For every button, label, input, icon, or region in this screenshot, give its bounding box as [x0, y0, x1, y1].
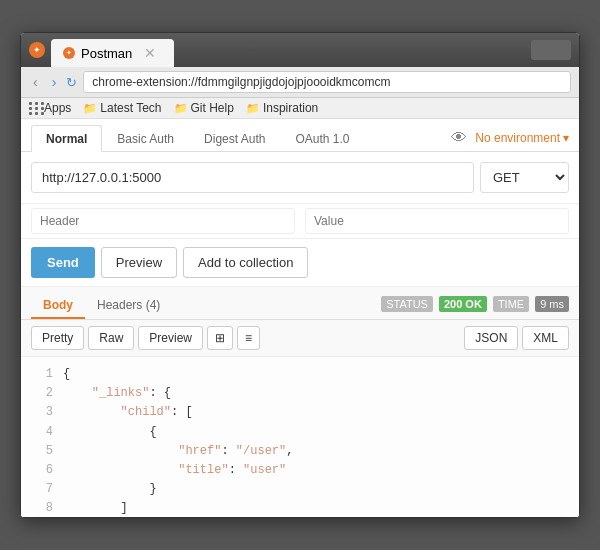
xml-button[interactable]: XML [522, 326, 569, 350]
tab-title: Postman [81, 46, 132, 61]
bookmark-label-3: Inspiration [263, 101, 318, 115]
env-label: No environment [475, 131, 560, 145]
address-bar: ‹ › ↻ [21, 67, 579, 98]
time-value: 9 ms [535, 296, 569, 312]
time-label: TIME [493, 296, 529, 312]
code-output: 1 { 2 "_links": { 3 "child": [ 4 { 5 [21, 357, 579, 517]
code-line-1: 1 { [21, 365, 579, 384]
back-button[interactable]: ‹ [29, 72, 42, 92]
env-selector[interactable]: No environment ▾ [475, 131, 569, 145]
tab-favicon: ✦ [63, 47, 75, 59]
tab-headers[interactable]: Headers (4) [85, 293, 172, 319]
refresh-button[interactable]: ↻ [66, 75, 77, 90]
code-line-6: 6 "title": "user" [21, 461, 579, 480]
folder-icon-1: 📁 [83, 102, 97, 115]
code-line-7: 7 } [21, 480, 579, 499]
header-value-row [21, 204, 579, 239]
raw-button[interactable]: Raw [88, 326, 134, 350]
auth-tabs: Normal Basic Auth Digest Auth OAuth 1.0 … [21, 119, 579, 152]
add-to-collection-button[interactable]: Add to collection [183, 247, 308, 278]
apps-label: Apps [44, 101, 71, 115]
tab-basic-auth[interactable]: Basic Auth [102, 125, 189, 152]
code-line-4: 4 { [21, 423, 579, 442]
url-section: GET POST PUT DELETE PATCH [21, 152, 579, 204]
app-favicon: ✦ [29, 42, 45, 58]
tab-close-button[interactable]: ✕ [138, 45, 162, 61]
url-input[interactable] [31, 162, 474, 193]
status-value: 200 OK [439, 296, 487, 312]
apps-bookmark[interactable]: Apps [29, 101, 71, 115]
tab-body[interactable]: Body [31, 293, 85, 319]
address-input[interactable] [83, 71, 571, 93]
browser-tab: ✦ Postman ✕ [51, 39, 174, 67]
header-input[interactable] [31, 208, 295, 234]
preview-format-button[interactable]: Preview [138, 326, 203, 350]
bookmark-latest-tech[interactable]: 📁 Latest Tech [83, 101, 161, 115]
tab-oauth[interactable]: OAuth 1.0 [280, 125, 364, 152]
forward-button[interactable]: › [48, 72, 61, 92]
send-button[interactable]: Send [31, 247, 95, 278]
status-badges: STATUS 200 OK TIME 9 ms [381, 296, 569, 312]
json-button[interactable]: JSON [464, 326, 518, 350]
tab-normal[interactable]: Normal [31, 125, 102, 152]
window-controls [531, 40, 571, 60]
list-icon[interactable]: ≡ [237, 326, 260, 350]
preview-button[interactable]: Preview [101, 247, 177, 278]
bookmark-label-2: Git Help [191, 101, 234, 115]
status-label: STATUS [381, 296, 433, 312]
folder-icon-3: 📁 [246, 102, 260, 115]
pretty-button[interactable]: Pretty [31, 326, 84, 350]
eye-icon[interactable]: 👁 [451, 129, 467, 147]
action-buttons: Send Preview Add to collection [21, 239, 579, 287]
response-tabs: Body Headers (4) STATUS 200 OK TIME 9 ms [21, 287, 579, 320]
method-select[interactable]: GET POST PUT DELETE PATCH [480, 162, 569, 193]
title-bar: ✦ ✦ Postman ✕ [21, 33, 579, 67]
code-line-2: 2 "_links": { [21, 384, 579, 403]
bookmarks-bar: Apps 📁 Latest Tech 📁 Git Help 📁 Inspirat… [21, 98, 579, 119]
app-window: ✦ ✦ Postman ✕ ‹ › ↻ Apps 📁 Latest Tech [20, 32, 580, 518]
tab-digest-auth[interactable]: Digest Auth [189, 125, 280, 152]
code-line-8: 8 ] [21, 499, 579, 517]
bookmark-label-1: Latest Tech [100, 101, 161, 115]
code-line-5: 5 "href": "/user", [21, 442, 579, 461]
bookmark-git-help[interactable]: 📁 Git Help [174, 101, 234, 115]
value-input[interactable] [305, 208, 569, 234]
code-line-3: 3 "child": [ [21, 403, 579, 422]
main-content: Normal Basic Auth Digest Auth OAuth 1.0 … [21, 119, 579, 517]
apps-grid-icon [29, 102, 41, 115]
folder-icon-2: 📁 [174, 102, 188, 115]
wrap-icon[interactable]: ⊞ [207, 326, 233, 350]
chevron-down-icon: ▾ [563, 131, 569, 145]
format-tabs: Pretty Raw Preview ⊞ ≡ JSON XML [21, 320, 579, 357]
bookmark-inspiration[interactable]: 📁 Inspiration [246, 101, 318, 115]
